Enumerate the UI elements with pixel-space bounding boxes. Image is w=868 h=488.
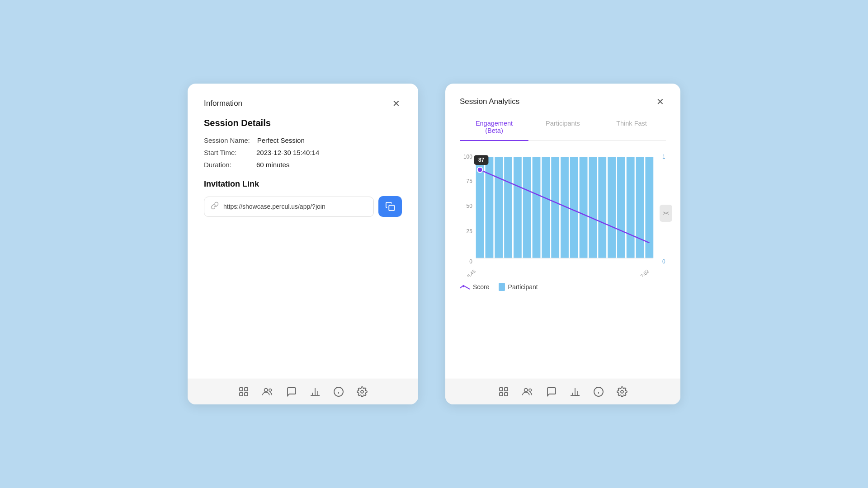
svg-rect-24 bbox=[495, 157, 503, 258]
chart-legend: Score Participant bbox=[460, 283, 666, 291]
svg-rect-2 bbox=[245, 388, 248, 391]
nav-settings-icon[interactable] bbox=[357, 386, 368, 397]
nav-users-icon[interactable] bbox=[262, 386, 274, 397]
analytics-close-button[interactable]: ✕ bbox=[655, 96, 666, 107]
svg-rect-29 bbox=[542, 157, 550, 258]
analytics-tabs: Engagement(Beta) Participants Think Fast bbox=[460, 116, 666, 141]
svg-text:25: 25 bbox=[467, 228, 473, 235]
analytics-panel-title: Session Analytics bbox=[460, 97, 519, 106]
session-name-label: Session Name: bbox=[204, 136, 250, 144]
svg-rect-23 bbox=[486, 157, 494, 258]
svg-rect-40 bbox=[645, 157, 653, 258]
svg-rect-34 bbox=[589, 157, 597, 258]
copy-icon bbox=[385, 202, 395, 211]
svg-rect-47 bbox=[500, 393, 503, 396]
svg-text:50: 50 bbox=[467, 203, 473, 209]
svg-rect-30 bbox=[551, 157, 559, 258]
right-nav-info-icon[interactable] bbox=[593, 386, 604, 397]
legend-bar-icon bbox=[499, 283, 505, 291]
svg-text:100: 100 bbox=[463, 154, 472, 160]
svg-rect-0 bbox=[389, 205, 394, 211]
svg-rect-36 bbox=[608, 157, 616, 258]
invitation-link-title: Invitation Link bbox=[204, 179, 402, 189]
svg-point-50 bbox=[529, 389, 532, 392]
svg-point-58 bbox=[621, 390, 623, 393]
analytics-panel-header: Session Analytics ✕ bbox=[460, 96, 666, 107]
svg-rect-37 bbox=[617, 157, 625, 258]
information-panel: Information ✕ Session Details Session Na… bbox=[188, 84, 418, 404]
nav-chart-icon[interactable] bbox=[310, 386, 321, 397]
tooltip-value: 87 bbox=[478, 157, 485, 163]
legend-score: Score bbox=[460, 283, 490, 291]
right-bottom-nav bbox=[445, 379, 680, 404]
tab-participants[interactable]: Participants bbox=[528, 116, 597, 141]
start-time-row: Start Time: 2023-12-30 15:40:14 bbox=[204, 149, 402, 156]
close-button[interactable]: ✕ bbox=[391, 98, 402, 109]
nav-grid-icon[interactable] bbox=[238, 386, 249, 397]
duration-label: Duration: bbox=[204, 161, 249, 169]
right-nav-chart-icon[interactable] bbox=[570, 386, 580, 397]
svg-rect-46 bbox=[505, 388, 508, 391]
svg-text:75: 75 bbox=[467, 178, 473, 184]
legend-participant-label: Participant bbox=[508, 283, 538, 291]
tab-engagement[interactable]: Engagement(Beta) bbox=[460, 116, 528, 141]
copy-button[interactable] bbox=[378, 196, 402, 217]
invitation-url: https://showcase.percul.us/app/?join bbox=[223, 203, 326, 210]
svg-rect-45 bbox=[500, 388, 503, 391]
svg-point-5 bbox=[264, 389, 268, 392]
svg-rect-35 bbox=[598, 157, 606, 258]
legend-score-label: Score bbox=[473, 283, 490, 291]
svg-rect-27 bbox=[523, 157, 531, 258]
svg-text:1: 1 bbox=[662, 154, 665, 160]
score-datapoint bbox=[477, 167, 483, 173]
chart-bars bbox=[476, 157, 654, 258]
svg-rect-38 bbox=[627, 157, 635, 258]
duration-row: Duration: 60 minutes bbox=[204, 161, 402, 169]
legend-participant: Participant bbox=[499, 283, 538, 291]
right-nav-users-icon[interactable] bbox=[522, 386, 533, 397]
svg-rect-33 bbox=[580, 157, 588, 258]
svg-rect-39 bbox=[636, 157, 644, 258]
legend-score-icon bbox=[460, 284, 470, 290]
svg-rect-1 bbox=[240, 388, 243, 391]
right-nav-chat-icon[interactable] bbox=[546, 386, 557, 397]
svg-point-6 bbox=[269, 389, 272, 392]
analytics-panel: Session Analytics ✕ Engagement(Beta) Par… bbox=[445, 84, 680, 404]
session-name-row: Session Name: Perfect Session bbox=[204, 136, 402, 144]
svg-rect-25 bbox=[504, 157, 512, 258]
svg-text:0: 0 bbox=[469, 258, 472, 265]
nav-chat-icon[interactable] bbox=[286, 386, 297, 397]
svg-point-49 bbox=[524, 389, 528, 392]
link-row: https://showcase.percul.us/app/?join bbox=[204, 196, 402, 217]
svg-text:17:02: 17:02 bbox=[637, 268, 650, 277]
start-time-label: Start Time: bbox=[204, 149, 249, 156]
duration-value: 60 minutes bbox=[256, 161, 289, 169]
svg-rect-3 bbox=[240, 393, 243, 396]
session-name-value: Perfect Session bbox=[257, 136, 305, 144]
svg-rect-26 bbox=[514, 157, 522, 258]
panel-title: Information bbox=[204, 99, 242, 108]
right-nav-grid-icon[interactable] bbox=[498, 386, 509, 397]
svg-rect-28 bbox=[533, 157, 541, 258]
svg-point-14 bbox=[361, 390, 363, 393]
svg-rect-48 bbox=[505, 393, 508, 396]
chart-svg: 100 75 50 25 0 1 0 bbox=[460, 150, 666, 277]
svg-text:0: 0 bbox=[662, 258, 665, 265]
left-bottom-nav bbox=[188, 379, 418, 404]
svg-text:16:43: 16:43 bbox=[464, 268, 476, 277]
svg-rect-4 bbox=[245, 393, 248, 396]
svg-rect-32 bbox=[570, 157, 578, 258]
session-details-title: Session Details bbox=[204, 118, 402, 128]
nav-info-icon[interactable] bbox=[333, 386, 344, 397]
tab-think-fast[interactable]: Think Fast bbox=[597, 116, 666, 141]
right-nav-settings-icon[interactable] bbox=[617, 386, 627, 397]
engagement-chart: 100 75 50 25 0 1 0 bbox=[460, 150, 666, 277]
chart-expand-handle[interactable]: >< bbox=[660, 205, 672, 222]
link-chain-icon bbox=[211, 202, 219, 212]
start-time-value: 2023-12-30 15:40:14 bbox=[256, 149, 319, 156]
link-box: https://showcase.percul.us/app/?join bbox=[204, 197, 374, 217]
panel-header: Information ✕ bbox=[204, 98, 402, 109]
